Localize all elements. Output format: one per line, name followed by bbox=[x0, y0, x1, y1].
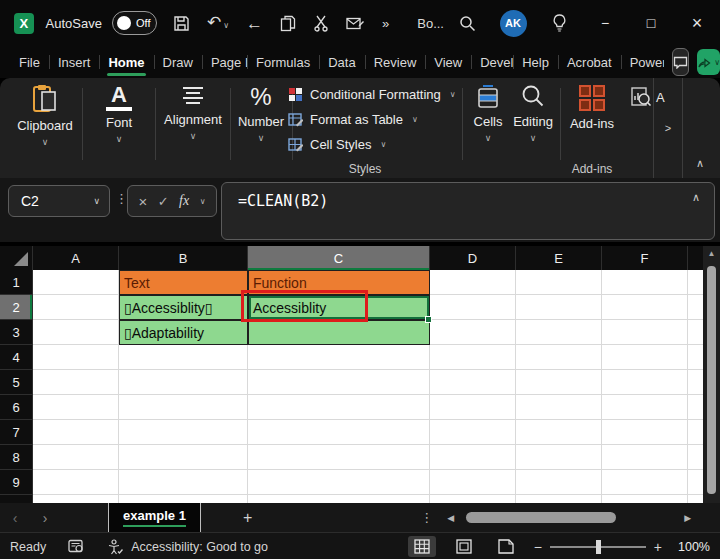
column-header-b[interactable]: B bbox=[119, 246, 248, 270]
page-break-view-button[interactable] bbox=[492, 536, 520, 557]
undo-button[interactable]: ↶∨ bbox=[207, 14, 229, 32]
comments-button[interactable] bbox=[672, 48, 689, 76]
cell-C10[interactable] bbox=[248, 495, 430, 503]
account-avatar[interactable]: AK bbox=[490, 10, 536, 37]
zoom-slider[interactable] bbox=[550, 546, 646, 548]
vertical-scroll-thumb[interactable] bbox=[707, 266, 716, 494]
cell-A5[interactable] bbox=[33, 370, 119, 395]
cell-E4[interactable] bbox=[516, 345, 602, 370]
row-header-8[interactable]: 8 bbox=[0, 445, 33, 470]
next-sheet-button[interactable]: › bbox=[30, 510, 60, 526]
cell-E3[interactable] bbox=[516, 320, 602, 345]
row-header-10[interactable]: 10 bbox=[0, 495, 33, 503]
tab-page-layout[interactable]: Page Layo bbox=[202, 48, 247, 76]
close-button[interactable]: × bbox=[674, 0, 720, 46]
conditional-formatting-button[interactable]: Conditional Formatting ∨ bbox=[288, 84, 456, 105]
font-group-button[interactable]: A Font ∨ bbox=[86, 84, 152, 144]
row-header-7[interactable]: 7 bbox=[0, 420, 33, 445]
column-header-a[interactable]: A bbox=[33, 246, 119, 270]
ribbon-scroll-right-button[interactable]: > bbox=[653, 78, 683, 178]
tab-formulas[interactable]: Formulas bbox=[247, 48, 319, 76]
cell-F6[interactable] bbox=[602, 395, 688, 420]
cell-C7[interactable] bbox=[248, 420, 430, 445]
cell-F1[interactable] bbox=[602, 270, 688, 295]
cell-A9[interactable] bbox=[33, 470, 119, 495]
fill-handle[interactable] bbox=[425, 316, 432, 323]
page-layout-view-button[interactable] bbox=[450, 536, 478, 557]
cell-D2[interactable] bbox=[430, 295, 516, 320]
cell-F5[interactable] bbox=[602, 370, 688, 395]
cell-B8[interactable] bbox=[119, 445, 248, 470]
qat-overflow-icon[interactable]: » bbox=[382, 17, 389, 30]
cell-D1[interactable] bbox=[430, 270, 516, 295]
column-header-c[interactable]: C bbox=[248, 246, 430, 270]
editing-group-button[interactable]: Editing ∨ bbox=[508, 84, 558, 143]
cell-B9[interactable] bbox=[119, 470, 248, 495]
cell-E8[interactable] bbox=[516, 445, 602, 470]
tab-review[interactable]: Review bbox=[365, 48, 426, 76]
cell-A8[interactable] bbox=[33, 445, 119, 470]
cell-B7[interactable] bbox=[119, 420, 248, 445]
cell-B6[interactable] bbox=[119, 395, 248, 420]
tab-help[interactable]: Help bbox=[513, 48, 558, 76]
select-all-button[interactable] bbox=[0, 246, 33, 270]
lightbulb-icon[interactable] bbox=[536, 14, 582, 32]
cell-B4[interactable] bbox=[119, 345, 248, 370]
tab-view[interactable]: View bbox=[425, 48, 471, 76]
cancel-button[interactable]: × bbox=[138, 193, 147, 210]
cell-F8[interactable] bbox=[602, 445, 688, 470]
cell-F3[interactable] bbox=[602, 320, 688, 345]
collapse-formula-bar-button[interactable]: ∧ bbox=[692, 191, 700, 204]
cells-group-button[interactable]: Cells ∨ bbox=[466, 84, 510, 143]
save-icon[interactable] bbox=[173, 15, 190, 32]
cell-B2[interactable]: ▯Accessiblity▯ bbox=[119, 295, 248, 320]
tab-data[interactable]: Data bbox=[319, 48, 364, 76]
cell-D6[interactable] bbox=[430, 395, 516, 420]
scroll-up-icon[interactable]: ▲ bbox=[703, 249, 720, 258]
column-header-f[interactable]: F bbox=[602, 246, 688, 270]
cell-C3[interactable] bbox=[248, 320, 430, 345]
cell-styles-button[interactable]: Cell Styles ∨ bbox=[288, 134, 456, 155]
cell-E6[interactable] bbox=[516, 395, 602, 420]
sheet-tab-active[interactable]: example 1 bbox=[108, 503, 201, 532]
cell-F2[interactable] bbox=[602, 295, 688, 320]
row-header-1[interactable]: 1 bbox=[0, 270, 33, 295]
search-icon[interactable] bbox=[444, 15, 490, 32]
maximize-button[interactable]: □ bbox=[628, 0, 674, 46]
minimize-button[interactable]: − bbox=[582, 0, 628, 46]
autosave-toggle[interactable]: Off bbox=[112, 11, 157, 35]
prev-sheet-button[interactable]: ‹ bbox=[0, 510, 30, 526]
cell-A7[interactable] bbox=[33, 420, 119, 445]
cell-D9[interactable] bbox=[430, 470, 516, 495]
insert-function-button[interactable]: fx bbox=[179, 193, 189, 209]
excel-logo-icon[interactable]: X bbox=[14, 13, 34, 34]
cell-B10[interactable] bbox=[119, 495, 248, 503]
cell-A10[interactable] bbox=[33, 495, 119, 503]
cell-B1[interactable]: Text bbox=[119, 270, 248, 295]
cell-D5[interactable] bbox=[430, 370, 516, 395]
cell-D4[interactable] bbox=[430, 345, 516, 370]
cell-E10[interactable] bbox=[516, 495, 602, 503]
row-header-6[interactable]: 6 bbox=[0, 395, 33, 420]
zoom-level[interactable]: 100% bbox=[670, 540, 710, 554]
cell-A1[interactable] bbox=[33, 270, 119, 295]
cell-B3[interactable]: ▯Adaptability bbox=[119, 320, 248, 345]
cell-D7[interactable] bbox=[430, 420, 516, 445]
enter-button[interactable]: ✓ bbox=[158, 194, 169, 209]
number-group-button[interactable]: % Number ∨ bbox=[233, 84, 289, 143]
row-header-5[interactable]: 5 bbox=[0, 370, 33, 395]
copy-icon[interactable] bbox=[280, 15, 296, 32]
cell-C1[interactable]: Function bbox=[248, 270, 430, 295]
redo-icon[interactable]: ← bbox=[246, 15, 263, 32]
cell-C6[interactable] bbox=[248, 395, 430, 420]
accessibility-status[interactable]: Accessibility: Good to go bbox=[131, 540, 268, 554]
tab-developer[interactable]: Develope bbox=[471, 48, 513, 76]
cell-F10[interactable] bbox=[602, 495, 688, 503]
tab-power-pivot[interactable]: Power Piv bbox=[621, 48, 664, 76]
cell-A4[interactable] bbox=[33, 345, 119, 370]
name-box[interactable]: C2 ∨ bbox=[8, 185, 110, 217]
normal-view-button[interactable] bbox=[408, 536, 436, 557]
formula-input[interactable]: =CLEAN(B2) ∧ bbox=[221, 182, 715, 240]
vertical-scrollbar[interactable]: ▲ bbox=[703, 246, 720, 503]
tab-draw[interactable]: Draw bbox=[154, 48, 202, 76]
